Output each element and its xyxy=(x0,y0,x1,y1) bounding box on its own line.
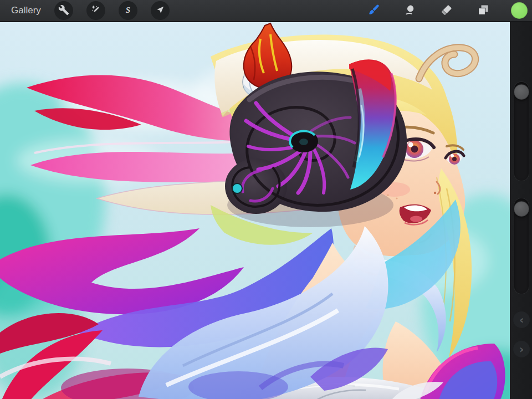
selection-button[interactable]: S xyxy=(119,1,137,20)
paintbrush-icon xyxy=(366,3,381,19)
eraser-button[interactable] xyxy=(438,2,456,19)
redo-button[interactable]: › xyxy=(513,341,530,357)
artwork-image xyxy=(0,22,510,399)
selection-s-icon: S xyxy=(122,4,134,17)
top-toolbar: Gallery S xyxy=(0,0,532,22)
smudge-button[interactable] xyxy=(401,2,419,19)
magic-wand-icon xyxy=(90,4,101,17)
procreate-app: Gallery S xyxy=(0,0,532,399)
svg-text:S: S xyxy=(126,5,130,14)
wrench-icon xyxy=(58,4,69,17)
chevron-right-icon: › xyxy=(519,342,524,356)
eraser-icon xyxy=(440,3,453,18)
right-sidebar: ‹ › xyxy=(510,22,532,399)
color-swatch-button[interactable] xyxy=(511,2,528,19)
adjustments-button[interactable] xyxy=(86,1,105,20)
layers-icon xyxy=(477,3,490,18)
transform-arrow-icon xyxy=(155,4,166,17)
smudge-finger-icon xyxy=(403,3,417,18)
paint-tools-group xyxy=(365,2,532,19)
paint-brush-button[interactable] xyxy=(365,2,382,19)
canvas-area[interactable] xyxy=(0,22,510,399)
layers-button[interactable] xyxy=(474,2,492,19)
actions-button[interactable] xyxy=(54,1,73,20)
undo-button[interactable]: ‹ xyxy=(513,311,530,328)
transform-button[interactable] xyxy=(151,1,170,20)
gallery-button[interactable]: Gallery xyxy=(0,5,41,16)
brush-opacity-slider-handle[interactable] xyxy=(514,201,529,217)
chevron-left-icon: ‹ xyxy=(519,313,524,326)
brush-size-slider-handle[interactable] xyxy=(514,84,529,100)
